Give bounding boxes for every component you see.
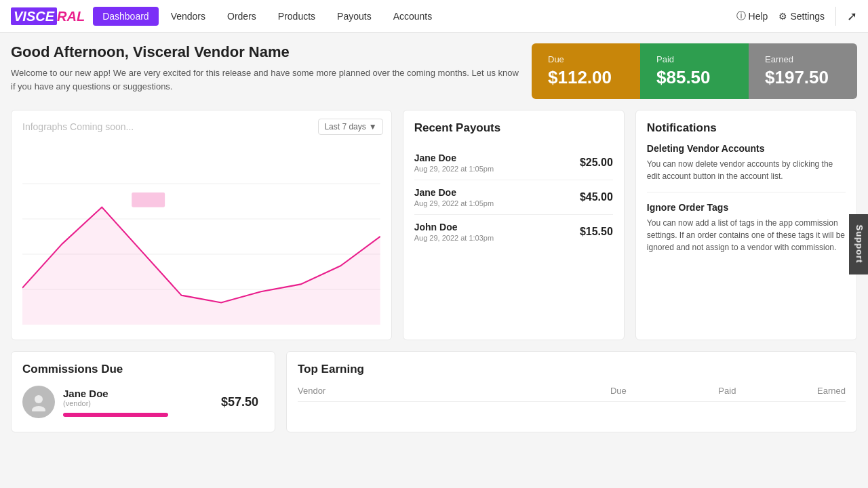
notifications-card: Notifications Deleting Vendor Accounts Y… [635,110,857,340]
logo-ceral: RAL [57,9,85,24]
payout-row-1: Jane Doe Aug 29, 2022 at 1:05pm $45.00 [414,180,613,215]
notification-text-0: You can now delete vendor accounts by cl… [647,158,846,182]
payout-name-1: Jane Doe [414,187,494,198]
logo-vis: VISCE [11,7,57,25]
stat-paid: Paid $85.50 [640,43,749,99]
greeting-title: Good Afternoon, Visceral Vendor Name [11,43,521,61]
notification-text-1: You can now add a list of tags in the ap… [647,217,846,253]
payout-info-2: John Doe Aug 29, 2022 at 1:03pm [414,222,494,242]
nav-vendors[interactable]: Vendors [161,7,215,26]
payout-amount-2: $15.50 [580,226,613,238]
commission-amount: $57.50 [221,395,258,409]
welcome-section: Good Afternoon, Visceral Vendor Name Wel… [11,43,521,93]
svg-marker-4 [22,207,380,325]
commissions-title: Commissions Due [22,363,264,376]
chart-area [22,148,380,325]
main-content: Good Afternoon, Visceral Vendor Name Wel… [0,33,868,443]
notification-1: Ignore Order Tags You can now add a list… [647,202,846,263]
header-row: Good Afternoon, Visceral Vendor Name Wel… [11,43,857,99]
welcome-message: Welcome to our new app! We are very exci… [11,66,521,93]
te-col-due: Due [517,386,627,396]
chart-filter-label: Last 7 days [324,122,366,131]
avatar [22,386,55,418]
commission-info: Jane Doe (vendor) [63,388,213,417]
svg-point-7 [32,406,45,411]
settings-link[interactable]: ⚙ Settings [778,11,825,22]
nav-products[interactable]: Products [269,7,325,26]
help-icon: ⓘ [736,10,746,22]
paid-label: Paid [656,54,732,64]
support-tab[interactable]: Support [849,214,868,274]
commissions-card: Commissions Due Jane Doe (vendor) $57.50 [11,351,275,432]
earned-label: Earned [765,54,841,64]
top-earning-header: Vendor Due Paid Earned [298,386,846,402]
chart-card: Infographs Coming soon... Last 7 days ▼ [11,110,392,340]
top-earning-title: Top Earning [298,363,846,376]
payout-info-0: Jane Doe Aug 29, 2022 at 1:05pm [414,152,494,173]
middle-row: Infographs Coming soon... Last 7 days ▼ [11,110,857,340]
chevron-down-icon: ▼ [369,122,377,131]
nav-orders[interactable]: Orders [218,7,266,26]
stat-earned: Earned $197.50 [749,43,857,99]
payout-date-1: Aug 29, 2022 at 1:05pm [414,199,494,207]
svg-rect-5 [132,192,165,207]
nav-dashboard[interactable]: Dashboard [93,7,159,26]
payout-amount-1: $45.00 [580,191,613,203]
payout-row-2: John Doe Aug 29, 2022 at 1:03pm $15.50 [414,215,613,249]
bottom-row: Commissions Due Jane Doe (vendor) $57.50 [11,351,857,432]
nav-right: ⓘ Help ⚙ Settings ➚ [736,7,857,26]
chart-filter[interactable]: Last 7 days ▼ [318,119,382,135]
payout-date-0: Aug 29, 2022 at 1:05pm [414,165,494,173]
commission-sub: (vendor) [63,399,213,407]
svg-point-6 [35,395,43,403]
commission-bar [63,413,168,417]
settings-label: Settings [790,11,825,22]
payout-row-0: Jane Doe Aug 29, 2022 at 1:05pm $25.00 [414,146,613,180]
due-label: Due [548,54,624,64]
paid-value: $85.50 [656,67,732,88]
due-value: $112.00 [548,67,624,88]
notification-title-0: Deleting Vendor Accounts [647,143,846,154]
chart-placeholder: Infographs Coming soon... [22,121,134,132]
nav-payouts[interactable]: Payouts [328,7,381,26]
te-col-paid: Paid [627,386,736,396]
commission-row-0: Jane Doe (vendor) $57.50 [22,386,264,418]
payouts-card: Recent Payouts Jane Doe Aug 29, 2022 at … [403,110,625,340]
payouts-title: Recent Payouts [414,121,613,135]
nav-accounts[interactable]: Accounts [384,7,442,26]
top-earning-card: Top Earning Vendor Due Paid Earned [286,351,857,432]
gear-icon: ⚙ [778,11,787,22]
notification-0: Deleting Vendor Accounts You can now del… [647,143,846,192]
payout-name-2: John Doe [414,222,494,232]
commission-name: Jane Doe [63,388,213,399]
expand-icon[interactable]: ➚ [847,9,857,24]
payout-info-1: Jane Doe Aug 29, 2022 at 1:05pm [414,187,494,207]
user-avatar-icon [29,392,48,411]
te-col-earned: Earned [736,386,846,396]
logo[interactable]: VISCERAL [11,9,85,23]
notification-title-1: Ignore Order Tags [647,202,846,213]
payout-amount-0: $25.00 [580,157,613,169]
line-chart [22,148,380,325]
stats-cards: Due $112.00 Paid $85.50 Earned $197.50 [532,43,857,99]
nav-divider [835,7,836,26]
te-col-vendor: Vendor [298,386,517,396]
notifications-title: Notifications [647,121,846,135]
earned-value: $197.50 [765,67,841,88]
help-label: Help [749,11,768,22]
stat-due: Due $112.00 [532,43,640,99]
navbar: VISCERAL Dashboard Vendors Orders Produc… [0,0,868,33]
payout-date-2: Aug 29, 2022 at 1:03pm [414,234,494,242]
payout-name-0: Jane Doe [414,152,494,163]
help-link[interactable]: ⓘ Help [736,10,768,22]
